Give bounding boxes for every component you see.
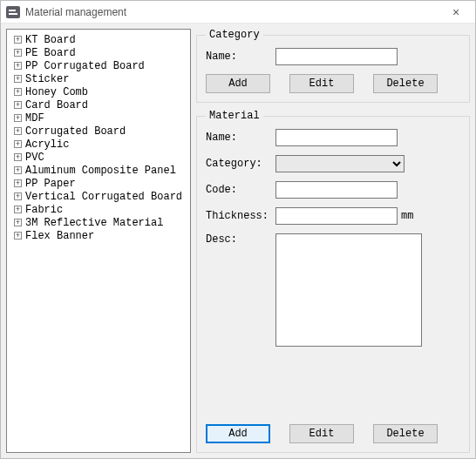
material-category-row: Category:	[206, 155, 460, 172]
expand-icon[interactable]: +	[14, 127, 22, 135]
material-thickness-label: Thickness:	[206, 210, 275, 222]
tree-item-label: Honey Comb	[25, 86, 88, 98]
tree-item[interactable]: +PE Board	[9, 46, 188, 59]
tree-item-label: Vertical Corrugated Board	[25, 191, 182, 203]
material-form: Name: Category: Code: Thickness	[206, 129, 460, 421]
material-thickness-unit: mm	[401, 210, 413, 222]
category-delete-button[interactable]: Delete	[373, 74, 438, 93]
tree-item[interactable]: +Acrylic	[9, 138, 188, 151]
tree-item[interactable]: +Flex Banner	[9, 229, 188, 242]
tree-item-label: Fabric	[25, 204, 63, 216]
material-legend: Material	[206, 110, 263, 122]
tree-item[interactable]: +Corrugated Board	[9, 125, 188, 138]
tree-item-label: Acrylic	[25, 138, 69, 151]
material-name-row: Name:	[206, 129, 460, 146]
material-add-button[interactable]: Add	[206, 424, 270, 443]
titlebar: Material management ×	[1, 1, 475, 24]
expand-icon[interactable]: +	[14, 179, 22, 187]
expand-icon[interactable]: +	[14, 114, 22, 122]
tree-item-label: PE Board	[25, 47, 76, 59]
material-thickness-row: Thickness: mm	[206, 207, 460, 225]
material-category-label: Category:	[206, 158, 275, 170]
tree-item-label: PP Paper	[25, 178, 76, 190]
material-desc-label: Desc:	[206, 233, 275, 246]
material-group: Material Name: Category: Code:	[196, 110, 470, 453]
material-code-row: Code:	[206, 181, 460, 199]
material-code-input[interactable]	[275, 181, 398, 199]
expand-icon[interactable]: +	[14, 36, 22, 44]
category-name-row: Name:	[206, 48, 460, 65]
tree-item-label: Aluminum Composite Panel	[25, 165, 176, 177]
tree-item-label: Sticker	[25, 73, 69, 85]
category-name-label: Name:	[206, 51, 275, 63]
tree-item[interactable]: +3M Reflective Material	[9, 216, 188, 229]
material-code-label: Code:	[206, 184, 275, 196]
category-name-input[interactable]	[275, 48, 398, 65]
window: Material management × +KT Board+PE Board…	[0, 0, 476, 459]
material-edit-button[interactable]: Edit	[289, 424, 354, 443]
material-name-label: Name:	[206, 132, 275, 144]
tree-item-label: Card Board	[25, 99, 88, 111]
material-desc-row: Desc:	[206, 233, 460, 347]
material-delete-button[interactable]: Delete	[373, 424, 438, 443]
category-buttons: Add Edit Delete	[206, 74, 460, 93]
category-group: Category Name: Add Edit Delete	[196, 29, 470, 103]
tree-item[interactable]: +Card Board	[9, 98, 188, 111]
tree-item[interactable]: +KT Board	[9, 33, 188, 46]
material-category-select[interactable]	[275, 155, 405, 172]
tree-item-label: Flex Banner	[25, 230, 94, 242]
expand-icon[interactable]: +	[14, 140, 22, 148]
tree-item[interactable]: +PP Paper	[9, 177, 188, 190]
expand-icon[interactable]: +	[14, 232, 22, 240]
category-add-button[interactable]: Add	[206, 74, 270, 93]
tree-item[interactable]: +Fabric	[9, 203, 188, 216]
tree-item-label: PP Corrugated Board	[25, 60, 145, 72]
body: +KT Board+PE Board+PP Corrugated Board+S…	[1, 24, 475, 458]
tree-item[interactable]: +PVC	[9, 151, 188, 164]
expand-icon[interactable]: +	[14, 153, 22, 161]
expand-icon[interactable]: +	[14, 101, 22, 109]
tree-item-label: PVC	[25, 152, 44, 164]
material-buttons: Add Edit Delete	[206, 424, 460, 443]
category-edit-button[interactable]: Edit	[289, 74, 354, 93]
tree-item-label: KT Board	[25, 34, 76, 46]
expand-icon[interactable]: +	[14, 88, 22, 96]
tree-item[interactable]: +MDF	[9, 111, 188, 125]
material-thickness-input[interactable]	[275, 207, 398, 225]
expand-icon[interactable]: +	[14, 219, 22, 226]
tree-item[interactable]: +Honey Comb	[9, 85, 188, 98]
material-name-input[interactable]	[275, 129, 398, 146]
expand-icon[interactable]: +	[14, 166, 22, 174]
tree-item[interactable]: +Sticker	[9, 72, 188, 85]
tree-item-label: 3M Reflective Material	[25, 217, 163, 229]
app-icon	[6, 6, 20, 18]
expand-icon[interactable]: +	[14, 192, 22, 200]
tree-item-label: MDF	[25, 112, 44, 125]
right-pane: Category Name: Add Edit Delete Material …	[196, 29, 470, 453]
tree-item[interactable]: +Vertical Corrugated Board	[9, 190, 188, 203]
close-icon[interactable]: ×	[439, 5, 473, 19]
expand-icon[interactable]: +	[14, 206, 22, 213]
category-tree[interactable]: +KT Board+PE Board+PP Corrugated Board+S…	[6, 29, 191, 453]
tree-item[interactable]: +Aluminum Composite Panel	[9, 164, 188, 177]
expand-icon[interactable]: +	[14, 62, 22, 70]
category-legend: Category	[206, 29, 263, 41]
tree-item[interactable]: +PP Corrugated Board	[9, 59, 188, 72]
window-title: Material management	[25, 6, 126, 18]
expand-icon[interactable]: +	[14, 49, 22, 57]
material-desc-input[interactable]	[275, 233, 422, 347]
tree-item-label: Corrugated Board	[25, 125, 126, 138]
expand-icon[interactable]: +	[14, 75, 22, 83]
